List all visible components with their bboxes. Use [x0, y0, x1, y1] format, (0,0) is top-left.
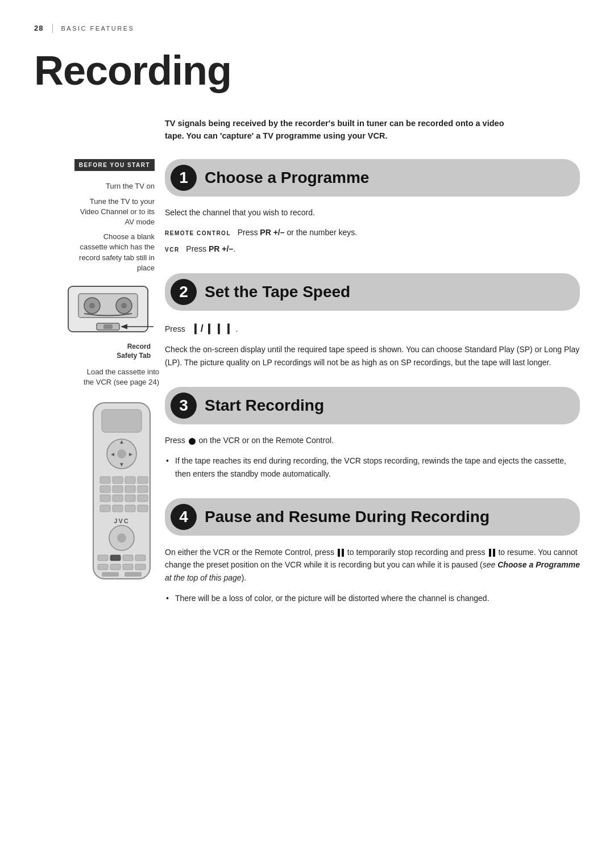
- pause-symbol-1: [338, 549, 344, 557]
- svg-text:JVC: JVC: [114, 518, 129, 524]
- step-1-before-start-text: Select the channel that you wish to reco…: [165, 207, 580, 219]
- svg-point-5: [121, 303, 127, 308]
- svg-rect-40: [98, 564, 108, 570]
- svg-rect-21: [100, 486, 110, 493]
- page-title: Recording: [34, 40, 580, 101]
- cassette-svg: [63, 278, 154, 340]
- svg-point-35: [117, 533, 126, 542]
- before-you-start-block: BEFORE YOU START Turn the TV on Tune the…: [34, 159, 165, 278]
- left-item-turn-tv: Turn the TV on: [106, 181, 155, 191]
- before-you-start-label-wrap: BEFORE YOU START: [74, 159, 155, 177]
- svg-point-3: [89, 303, 95, 308]
- svg-rect-31: [125, 505, 135, 512]
- svg-rect-28: [138, 495, 148, 502]
- step-4-header: 4 Pause and Resume During Recording: [165, 498, 580, 536]
- vcr-label: VCR: [165, 247, 180, 253]
- load-cassette-text: Load the cassette intothe VCR (see page …: [34, 367, 165, 387]
- step-1-header: 1 Choose a Programme: [165, 159, 580, 197]
- step-3-number: 3: [171, 393, 197, 419]
- svg-rect-26: [113, 495, 123, 502]
- svg-text:▲: ▲: [119, 439, 125, 445]
- svg-rect-7: [103, 324, 113, 329]
- svg-rect-27: [125, 495, 135, 502]
- section-label: BASIC FEATURES: [52, 24, 134, 34]
- content-area: BEFORE YOU START Turn the TV on Tune the…: [34, 159, 580, 623]
- step-2-header: 2 Set the Tape Speed: [165, 273, 580, 311]
- cassette-diagram: Record Safety Tab: [34, 278, 159, 360]
- step-1-block: 1 Choose a Programme Select the channel …: [165, 159, 580, 255]
- svg-rect-45: [125, 572, 142, 577]
- step-4-description: On either the VCR or the Remote Control,…: [165, 546, 580, 584]
- svg-rect-36: [98, 555, 108, 561]
- page-header: 28 BASIC FEATURES: [34, 23, 580, 34]
- right-column: 1 Choose a Programme Select the channel …: [165, 159, 580, 623]
- svg-rect-42: [123, 564, 133, 570]
- see-italic: see Choose a Programme at the top of thi…: [165, 560, 580, 582]
- vcr-text: Press PR +/–.: [186, 244, 235, 253]
- remote-svg: ▲ ▼ ◄ ►: [88, 397, 156, 590]
- svg-rect-24: [138, 486, 148, 493]
- step-4-title: Pause and Resume During Recording: [205, 505, 489, 529]
- remote-control-label: REMOTE CONTROL: [165, 230, 231, 236]
- svg-text:▼: ▼: [119, 461, 125, 468]
- svg-rect-30: [113, 505, 123, 512]
- svg-rect-25: [100, 495, 110, 502]
- svg-rect-17: [100, 477, 110, 483]
- svg-rect-37: [110, 555, 121, 561]
- remote-diagram: ▲ ▼ ◄ ►: [40, 397, 165, 590]
- left-item-tune-tv: Tune the TV to yourVideo Channel or to i…: [80, 197, 155, 228]
- svg-rect-10: [102, 410, 142, 432]
- svg-rect-19: [125, 477, 135, 483]
- svg-rect-32: [138, 505, 148, 512]
- svg-rect-29: [100, 505, 110, 512]
- record-safety-label: Record Safety Tab: [117, 343, 154, 360]
- svg-rect-44: [102, 572, 119, 577]
- step-1-title: Choose a Programme: [205, 166, 369, 190]
- svg-rect-38: [123, 555, 133, 561]
- step-3-header: 3 Start Recording: [165, 387, 580, 424]
- speed-symbols: ❙/❙❙❙: [191, 323, 234, 334]
- step-1-vcr-line: VCR Press PR +/–.: [165, 243, 580, 255]
- svg-rect-23: [125, 486, 135, 493]
- step-2-title: Set the Tape Speed: [205, 280, 350, 304]
- step-2-block: 2 Set the Tape Speed Press ❙/❙❙❙ . Check…: [165, 273, 580, 369]
- before-you-start-label: BEFORE YOU START: [74, 159, 155, 171]
- record-dot-icon: [189, 438, 196, 445]
- step-4-number: 4: [171, 504, 197, 530]
- step-3-block: 3 Start Recording Press on the VCR or on…: [165, 387, 580, 480]
- left-item-blank-cassette: Choose a blankcassette which has thereco…: [79, 232, 155, 273]
- svg-rect-18: [113, 477, 123, 483]
- step-2-press-line: Press ❙/❙❙❙ .: [165, 321, 580, 336]
- step-4-bullet: There will be a loss of color, or the pi…: [165, 592, 580, 604]
- page-number: 28: [34, 23, 43, 34]
- svg-rect-43: [135, 564, 146, 570]
- svg-point-12: [117, 449, 126, 458]
- svg-rect-41: [110, 564, 121, 570]
- page: 28 BASIC FEATURES Recording TV signals b…: [0, 0, 614, 868]
- remote-control-text: Press PR +/– or the number keys.: [238, 228, 358, 237]
- svg-rect-39: [135, 555, 146, 561]
- step-1-remote-line: REMOTE CONTROL Press PR +/– or the numbe…: [165, 227, 580, 239]
- svg-rect-20: [138, 477, 148, 483]
- left-column: BEFORE YOU START Turn the TV on Tune the…: [34, 159, 165, 623]
- intro-text: TV signals being received by the recorde…: [165, 117, 517, 143]
- pause-symbol-2: [489, 549, 495, 557]
- step-2-description: Check the on-screen display until the re…: [165, 343, 580, 369]
- step-1-number: 1: [171, 165, 197, 191]
- step-3-bullet: If the tape reaches its end during recor…: [165, 454, 580, 480]
- step-2-number: 2: [171, 279, 197, 305]
- svg-text:◄: ◄: [110, 451, 115, 457]
- step-4-block: 4 Pause and Resume During Recording On e…: [165, 498, 580, 605]
- svg-rect-22: [113, 486, 123, 493]
- svg-text:►: ►: [128, 451, 134, 457]
- step-3-press-line: Press on the VCR or on the Remote Contro…: [165, 435, 580, 446]
- step-3-title: Start Recording: [205, 394, 324, 418]
